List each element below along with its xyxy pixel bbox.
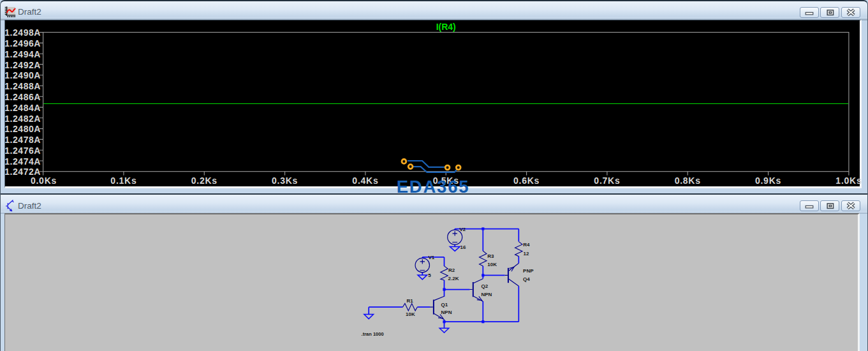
svg-text:2.2K: 2.2K [448, 276, 459, 281]
svg-text:5: 5 [428, 273, 431, 278]
svg-text:0.1Ks: 0.1Ks [110, 176, 136, 186]
svg-text:V2: V2 [460, 227, 466, 232]
svg-text:1.0Ks: 1.0Ks [835, 176, 862, 186]
svg-text:0.6Ks: 0.6Ks [513, 176, 540, 186]
svg-text:10K: 10K [487, 262, 497, 267]
svg-text:Q4: Q4 [523, 276, 530, 282]
svg-text:1.2480A: 1.2480A [4, 124, 41, 134]
svg-text:0.8Ks: 0.8Ks [675, 176, 701, 186]
svg-text:V1: V1 [429, 255, 435, 260]
svg-text:NPN: NPN [482, 292, 492, 297]
svg-text:1.2488A: 1.2488A [4, 81, 41, 91]
svg-text:R2: R2 [448, 267, 455, 273]
svg-text:1.2474A: 1.2474A [4, 156, 41, 167]
svg-text:1.2498A: 1.2498A [4, 27, 41, 38]
svg-text:1.2484A: 1.2484A [4, 103, 41, 113]
svg-text:1.2476A: 1.2476A [4, 146, 41, 156]
svg-text:0.0Ks: 0.0Ks [31, 176, 57, 186]
svg-text:1.2482A: 1.2482A [4, 114, 41, 124]
svg-text:1.2486A: 1.2486A [4, 92, 41, 102]
svg-text:NPN: NPN [441, 310, 452, 315]
svg-text:1.2490A: 1.2490A [4, 70, 41, 80]
svg-text:EDA365: EDA365 [397, 177, 470, 197]
svg-text:Q1: Q1 [441, 302, 448, 308]
svg-text:1.2496A: 1.2496A [4, 38, 41, 49]
svg-text:.tran 1000: .tran 1000 [362, 331, 384, 337]
svg-text:0.7Ks: 0.7Ks [594, 176, 620, 186]
svg-text:1.2494A: 1.2494A [4, 49, 41, 59]
svg-text:1.2478A: 1.2478A [4, 135, 41, 145]
svg-text:0.4Ks: 0.4Ks [352, 176, 378, 186]
svg-text:1.2492A: 1.2492A [4, 60, 41, 70]
svg-text:PNP: PNP [523, 268, 534, 274]
svg-text:I(R4): I(R4) [436, 22, 456, 32]
svg-text:16: 16 [460, 244, 466, 250]
svg-text:0.3Ks: 0.3Ks [272, 176, 298, 186]
svg-text:R4: R4 [523, 242, 530, 248]
svg-text:R1: R1 [406, 298, 413, 304]
svg-text:10K: 10K [406, 311, 415, 317]
svg-text:Q2: Q2 [482, 283, 489, 289]
svg-text:R3: R3 [487, 253, 494, 259]
svg-text:12: 12 [524, 251, 529, 257]
svg-text:0.2Ks: 0.2Ks [191, 176, 217, 186]
svg-text:0.9Ks: 0.9Ks [755, 176, 781, 186]
